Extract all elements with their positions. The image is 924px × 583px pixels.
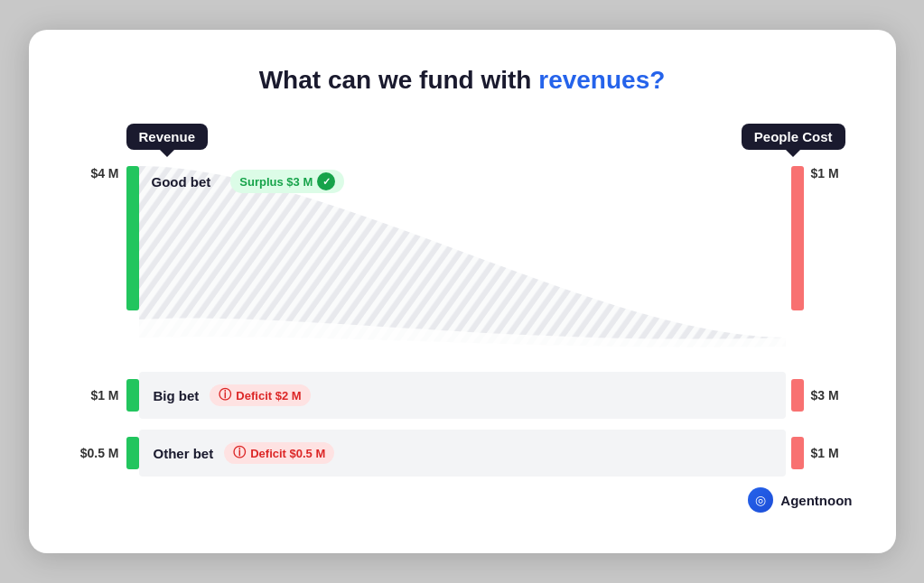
other-bet-revenue: $0.5 M: [72, 446, 119, 460]
check-icon: ✓: [317, 172, 335, 190]
good-bet-cost: $1 M: [811, 166, 853, 180]
good-bet-revenue-value: $4 M: [90, 166, 118, 180]
other-bet-info: Other bet ⓘ Deficit $0.5 M: [139, 442, 791, 464]
page-title: What can we fund with revenues?: [72, 66, 853, 95]
other-bet-revenue-value: $0.5 M: [80, 446, 119, 460]
other-bet-badge: ⓘ Deficit $0.5 M: [224, 442, 334, 464]
big-bet-cost-value: $3 M: [811, 388, 839, 403]
chart-area: Revenue People Cost: [72, 124, 853, 513]
good-bet-badge-text: Surplus $3 M: [239, 175, 313, 189]
revenue-tooltip: Revenue: [126, 124, 209, 150]
big-bet-red-bar: [791, 379, 804, 412]
deficit-icon-1: ⓘ: [219, 387, 231, 403]
tooltip-row: Revenue People Cost: [72, 124, 853, 150]
rows-container: $4 M Good bet Surplus $3 M ✓ $1: [72, 157, 853, 477]
good-bet-cost-value: $1 M: [811, 166, 839, 180]
main-card: What can we fund with revenues? Revenue …: [29, 30, 896, 553]
good-bet-left: $4 M: [72, 166, 139, 310]
good-bet-label: Good bet: [152, 174, 211, 190]
other-bet-cost: $1 M: [811, 446, 853, 460]
other-bet-red-bar: [791, 437, 804, 469]
big-bet-content: $1 M Big bet ⓘ Deficit $2 M $3 M: [72, 379, 853, 412]
good-bet-revenue: $4 M: [72, 166, 119, 180]
good-bet-badge: Surplus $3 M ✓: [230, 170, 344, 193]
logo-icon: ◎: [748, 487, 773, 513]
big-bet-row: $1 M Big bet ⓘ Deficit $2 M $3 M: [72, 372, 853, 419]
deficit-icon-2: ⓘ: [233, 445, 246, 461]
big-bet-label: Big bet: [154, 388, 200, 403]
good-bet-row: $4 M Good bet Surplus $3 M ✓ $1: [72, 157, 853, 365]
big-bet-revenue-value: $1 M: [90, 388, 118, 403]
good-bet-green-bar: [126, 166, 139, 310]
big-bet-badge: ⓘ Deficit $2 M: [210, 384, 310, 406]
other-bet-content: $0.5 M Other bet ⓘ Deficit $0.5 M $1 M: [72, 437, 853, 469]
title-prefix: What can we fund with: [259, 66, 539, 94]
big-bet-revenue: $1 M: [72, 388, 119, 403]
revenue-tooltip-label: Revenue: [139, 129, 196, 144]
logo-text: Agentnoon: [780, 493, 852, 508]
people-cost-tooltip: People Cost: [742, 124, 845, 150]
good-bet-right: $1 M: [791, 166, 853, 310]
big-bet-badge-text: Deficit $2 M: [236, 389, 301, 403]
big-bet-green-bar: [126, 379, 139, 412]
title-highlight: revenues?: [538, 66, 665, 94]
good-bet-labels: Good bet Surplus $3 M ✓: [152, 170, 345, 193]
other-bet-label: Other bet: [154, 446, 214, 461]
other-bet-cost-value: $1 M: [811, 446, 839, 460]
big-bet-cost: $3 M: [811, 388, 853, 403]
logo-symbol: ◎: [755, 493, 766, 507]
other-bet-row: $0.5 M Other bet ⓘ Deficit $0.5 M $1 M: [72, 430, 853, 477]
good-bet-red-bar: [791, 166, 804, 310]
logo-area: ◎ Agentnoon: [72, 487, 853, 513]
people-cost-tooltip-label: People Cost: [754, 129, 833, 144]
other-bet-badge-text: Deficit $0.5 M: [250, 447, 325, 460]
other-bet-green-bar: [126, 437, 139, 469]
big-bet-info: Big bet ⓘ Deficit $2 M: [139, 384, 791, 406]
